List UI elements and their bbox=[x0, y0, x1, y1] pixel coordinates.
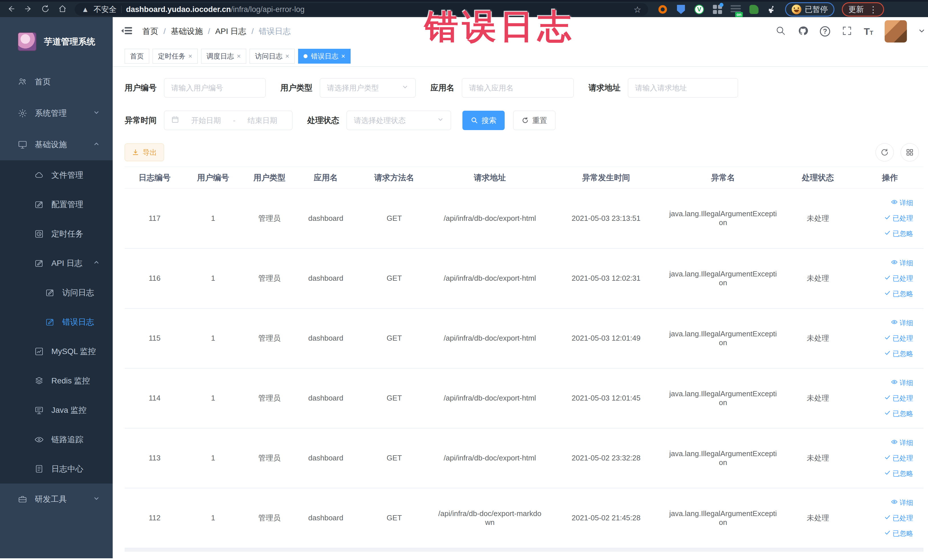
action-已处理[interactable]: 已处理 bbox=[884, 394, 913, 403]
tab-调度日志[interactable]: 调度日志× bbox=[201, 49, 246, 64]
cell-日志编号: 116 bbox=[125, 249, 185, 308]
action-已忽略[interactable]: 已忽略 bbox=[884, 289, 913, 298]
exception-time-range-picker[interactable]: 开始日期 - 结束日期 bbox=[164, 111, 292, 130]
sidebar-item-Redis-监控[interactable]: Redis 监控 bbox=[0, 366, 113, 395]
browser-forward-icon[interactable] bbox=[23, 4, 33, 15]
security-warning-icon[interactable]: ▲ bbox=[82, 5, 89, 14]
sidebar-item-定时任务[interactable]: 定时任务 bbox=[0, 219, 113, 249]
cell-请求方法名: GET bbox=[354, 368, 434, 428]
tab-错误日志[interactable]: 错误日志× bbox=[298, 49, 351, 64]
tab-close-icon[interactable]: × bbox=[237, 52, 241, 60]
action-详细[interactable]: 详细 bbox=[891, 318, 913, 328]
cell-操作: 详细已处理已忽略 bbox=[856, 488, 923, 548]
sidebar-item-文件管理[interactable]: 文件管理 bbox=[0, 160, 113, 190]
sidebar-item-label: Java 监控 bbox=[51, 405, 87, 416]
extension-orange-icon[interactable] bbox=[657, 4, 668, 15]
cell-请求地址: /api/infra/db-doc/export-html bbox=[434, 308, 545, 368]
help-icon[interactable]: ? bbox=[820, 26, 830, 37]
header-search-icon[interactable] bbox=[775, 25, 786, 37]
action-详细[interactable]: 详细 bbox=[891, 378, 913, 388]
sidebar-item-日志中心[interactable]: 日志中心 bbox=[0, 454, 113, 484]
export-button[interactable]: 导出 bbox=[125, 143, 164, 161]
breadcrumb-item[interactable]: 首页 bbox=[142, 26, 158, 37]
browser-home-icon[interactable] bbox=[58, 4, 67, 15]
sidebar-item-配置管理[interactable]: 配置管理 bbox=[0, 190, 113, 219]
hamburger-icon[interactable] bbox=[121, 25, 133, 38]
cell-应用名: dashboard bbox=[297, 308, 354, 368]
action-已忽略[interactable]: 已忽略 bbox=[884, 229, 913, 238]
extension-grid-icon[interactable] bbox=[712, 4, 723, 15]
action-已处理[interactable]: 已处理 bbox=[884, 214, 913, 223]
action-已忽略[interactable]: 已忽略 bbox=[884, 349, 913, 358]
extensions-puzzle-icon[interactable] bbox=[767, 4, 778, 15]
eye-icon bbox=[891, 259, 898, 267]
breadcrumb-item[interactable]: API 日志 bbox=[215, 26, 246, 37]
action-详细[interactable]: 详细 bbox=[891, 258, 913, 268]
url-path: /infra/log/api-error-log bbox=[231, 5, 304, 14]
sidebar-item-系统管理[interactable]: 系统管理 bbox=[0, 98, 113, 129]
page-url[interactable]: dashboard.yudao.iocoder.cn/infra/log/api… bbox=[126, 5, 305, 14]
extension-leaf-icon[interactable] bbox=[749, 4, 759, 15]
cell-日志编号: 112 bbox=[125, 488, 185, 548]
action-已忽略[interactable]: 已忽略 bbox=[884, 529, 913, 538]
tab-访问日志[interactable]: 访问日志× bbox=[250, 49, 295, 64]
github-icon[interactable] bbox=[798, 25, 809, 37]
action-详细[interactable]: 详细 bbox=[891, 498, 913, 507]
action-已处理[interactable]: 已处理 bbox=[884, 274, 913, 283]
profile-paused-badge[interactable]: 已暂停 bbox=[785, 2, 835, 17]
process-status-select[interactable]: 请选择处理状态 bbox=[346, 111, 451, 130]
check-icon bbox=[884, 454, 891, 462]
user-menu-caret-icon[interactable] bbox=[918, 27, 925, 35]
action-已处理[interactable]: 已处理 bbox=[884, 514, 913, 523]
sidebar-item-错误日志[interactable]: 错误日志 bbox=[0, 307, 113, 337]
sidebar-item-MySQL-监控[interactable]: MySQL 监控 bbox=[0, 337, 113, 366]
browser-update-badge[interactable]: 更新 ⋮ bbox=[842, 2, 884, 17]
column-settings-button[interactable] bbox=[901, 143, 919, 162]
tab-close-icon[interactable]: × bbox=[285, 52, 289, 60]
extension-shield-icon[interactable] bbox=[676, 4, 686, 15]
sidebar-item-访问日志[interactable]: 访问日志 bbox=[0, 278, 113, 307]
action-已处理[interactable]: 已处理 bbox=[884, 453, 913, 463]
tab-close-icon[interactable]: × bbox=[341, 52, 345, 60]
sidebar-item-研发工具[interactable]: 研发工具 bbox=[0, 484, 113, 515]
request-url-input[interactable] bbox=[635, 84, 731, 92]
action-详细[interactable]: 详细 bbox=[891, 198, 913, 208]
browser-reload-icon[interactable] bbox=[41, 4, 50, 15]
browser-back-icon[interactable] bbox=[6, 4, 16, 15]
cell-操作: 详细已处理已忽略 bbox=[856, 189, 923, 249]
check-icon bbox=[884, 290, 891, 298]
cell-异常发生时间: 2021-05-02 23:32:28 bbox=[545, 428, 667, 488]
action-详细[interactable]: 详细 bbox=[891, 438, 913, 447]
bookmark-star-icon[interactable]: ☆ bbox=[633, 5, 641, 15]
action-已处理[interactable]: 已处理 bbox=[884, 334, 913, 343]
fullscreen-icon[interactable] bbox=[841, 25, 852, 37]
search-button[interactable]: 搜索 bbox=[462, 111, 505, 130]
check-icon bbox=[884, 214, 891, 223]
action-已忽略[interactable]: 已忽略 bbox=[884, 409, 913, 418]
extension-switch-on-icon[interactable]: on bbox=[730, 4, 741, 15]
tab-定时任务[interactable]: 定时任务× bbox=[153, 49, 198, 64]
app-name-input[interactable] bbox=[469, 84, 566, 92]
browser-menu-kebab-icon[interactable]: ⋮ bbox=[869, 5, 878, 15]
user-id-input[interactable] bbox=[171, 84, 258, 92]
reset-button[interactable]: 重置 bbox=[513, 111, 556, 130]
sidebar-item-基础设施[interactable]: 基础设施 bbox=[0, 129, 113, 160]
sidebar-item-label: 配置管理 bbox=[51, 199, 83, 210]
eye-icon bbox=[891, 319, 898, 327]
extension-green-v-icon[interactable]: V bbox=[694, 4, 705, 15]
tab-close-icon[interactable]: × bbox=[188, 52, 192, 60]
action-已忽略[interactable]: 已忽略 bbox=[884, 469, 913, 478]
sidebar-item-Java-监控[interactable]: Java 监控 bbox=[0, 395, 113, 425]
refresh-table-button[interactable] bbox=[876, 143, 894, 162]
tab-首页[interactable]: 首页 bbox=[125, 49, 149, 64]
font-size-icon[interactable]: TT bbox=[864, 26, 873, 37]
user-type-select[interactable]: 请选择用户类型 bbox=[320, 78, 416, 98]
sidebar-item-链路追踪[interactable]: 链路追踪 bbox=[0, 425, 113, 454]
sidebar-item-API-日志[interactable]: API 日志 bbox=[0, 249, 113, 278]
tool-icon bbox=[18, 494, 27, 504]
sidebar-item-首页[interactable]: 首页 bbox=[0, 66, 113, 98]
cell-日志编号: 115 bbox=[125, 308, 185, 368]
breadcrumb-item[interactable]: 基础设施 bbox=[171, 26, 203, 37]
sidebar-logo[interactable]: 芋道管理系统 bbox=[0, 17, 113, 66]
user-avatar[interactable] bbox=[885, 20, 907, 43]
